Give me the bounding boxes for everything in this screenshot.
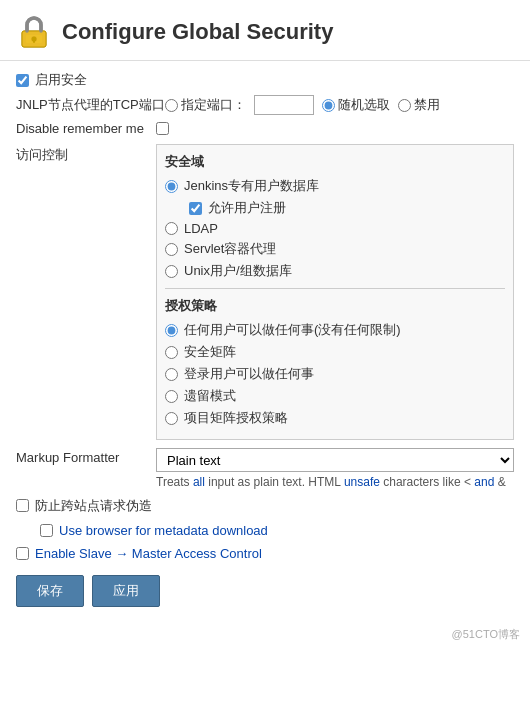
markup-and-link[interactable]: and: [474, 475, 494, 489]
auth-matrix-option[interactable]: 安全矩阵: [165, 343, 505, 361]
jnlp-disable-label[interactable]: 禁用: [398, 96, 440, 114]
enable-slave-label[interactable]: Enable Slave → Master Access Control: [35, 546, 262, 561]
disable-remember-me-label: Disable remember me: [16, 121, 156, 136]
realm-unix-option[interactable]: Unix用户/组数据库: [165, 262, 505, 280]
page-title: Configure Global Security: [62, 19, 333, 45]
auth-anyone-label[interactable]: 任何用户可以做任何事(没有任何限制): [184, 321, 401, 339]
jnlp-fixed-radio[interactable]: [165, 99, 178, 112]
markup-formatter-control: Plain text Safe HTML Treats all input as…: [156, 448, 514, 491]
jnlp-disable-radio[interactable]: [398, 99, 411, 112]
page-header: Configure Global Security: [0, 0, 530, 61]
realm-jenkins-label[interactable]: Jenkins专有用户数据库: [184, 177, 319, 195]
realm-jenkins-option[interactable]: Jenkins专有用户数据库: [165, 177, 505, 195]
auth-loggedin-radio[interactable]: [165, 368, 178, 381]
markup-formatter-label: Markup Formatter: [16, 448, 156, 465]
realm-unix-label[interactable]: Unix用户/组数据库: [184, 262, 292, 280]
save-button[interactable]: 保存: [16, 575, 84, 607]
watermark: @51CTO博客: [0, 623, 530, 646]
auth-matrix-label[interactable]: 安全矩阵: [184, 343, 236, 361]
markup-all-link[interactable]: all: [193, 475, 205, 489]
realm-servlet-radio[interactable]: [165, 243, 178, 256]
security-realm-title: 安全域: [165, 153, 505, 171]
browser-metadata-row: Use browser for metadata download: [40, 523, 514, 538]
auth-loggedin-option[interactable]: 登录用户可以做任何事: [165, 365, 505, 383]
markup-unsafe-link[interactable]: unsafe: [344, 475, 380, 489]
auth-legacy-radio[interactable]: [165, 390, 178, 403]
svg-rect-5: [33, 39, 35, 43]
realm-unix-radio[interactable]: [165, 265, 178, 278]
access-control-panel: 安全域 Jenkins专有用户数据库 允许用户注册 LDAP Servlet容器…: [156, 144, 514, 440]
lock-icon: [16, 14, 52, 50]
section-divider: [165, 288, 505, 289]
jnlp-row: JNLP节点代理的TCP端口 指定端口： 随机选取 禁用: [16, 95, 514, 115]
authorization-title: 授权策略: [165, 297, 505, 315]
disable-remember-me-row: Disable remember me: [16, 121, 514, 136]
realm-ldap-label[interactable]: LDAP: [184, 221, 218, 236]
csrf-row: 防止跨站点请求伪造: [16, 497, 514, 515]
markup-formatter-row: Markup Formatter Plain text Safe HTML Tr…: [16, 448, 514, 491]
auth-project-matrix-option[interactable]: 项目矩阵授权策略: [165, 409, 505, 427]
enable-security-checkbox[interactable]: [16, 74, 29, 87]
access-control-label: 访问控制: [16, 144, 156, 164]
jnlp-port-input[interactable]: [254, 95, 314, 115]
csrf-label[interactable]: 防止跨站点请求伪造: [35, 497, 152, 515]
allow-signup-label[interactable]: 允许用户注册: [208, 199, 286, 217]
auth-anyone-option[interactable]: 任何用户可以做任何事(没有任何限制): [165, 321, 505, 339]
access-control-row: 访问控制 安全域 Jenkins专有用户数据库 允许用户注册 LDAP: [16, 144, 514, 440]
enable-security-label[interactable]: 启用安全: [35, 71, 87, 89]
auth-matrix-radio[interactable]: [165, 346, 178, 359]
jnlp-random-radio[interactable]: [322, 99, 335, 112]
realm-servlet-option[interactable]: Servlet容器代理: [165, 240, 505, 258]
realm-servlet-label[interactable]: Servlet容器代理: [184, 240, 276, 258]
button-row: 保存 应用: [16, 575, 514, 607]
jnlp-random-label[interactable]: 随机选取: [322, 96, 390, 114]
csrf-checkbox[interactable]: [16, 499, 29, 512]
auth-legacy-label[interactable]: 遗留模式: [184, 387, 236, 405]
jnlp-label: JNLP节点代理的TCP端口: [16, 96, 165, 114]
browser-metadata-checkbox[interactable]: [40, 524, 53, 537]
main-content: 启用安全 JNLP节点代理的TCP端口 指定端口： 随机选取 禁用 Disabl…: [0, 61, 530, 623]
enable-security-row: 启用安全: [16, 71, 514, 89]
jnlp-fixed-label[interactable]: 指定端口：: [165, 96, 246, 114]
realm-ldap-option[interactable]: LDAP: [165, 221, 505, 236]
markup-formatter-description: Treats all input as plain text. HTML uns…: [156, 474, 514, 491]
realm-jenkins-radio[interactable]: [165, 180, 178, 193]
browser-metadata-label[interactable]: Use browser for metadata download: [59, 523, 268, 538]
allow-signup-option: 允许用户注册: [189, 199, 505, 217]
auth-loggedin-label[interactable]: 登录用户可以做任何事: [184, 365, 314, 383]
auth-legacy-option[interactable]: 遗留模式: [165, 387, 505, 405]
allow-signup-checkbox[interactable]: [189, 202, 202, 215]
auth-anyone-radio[interactable]: [165, 324, 178, 337]
enable-slave-row: Enable Slave → Master Access Control: [16, 546, 514, 561]
auth-project-matrix-radio[interactable]: [165, 412, 178, 425]
auth-project-matrix-label[interactable]: 项目矩阵授权策略: [184, 409, 288, 427]
enable-slave-checkbox[interactable]: [16, 547, 29, 560]
jnlp-options: 指定端口： 随机选取 禁用: [165, 95, 440, 115]
disable-remember-me-checkbox[interactable]: [156, 122, 169, 135]
realm-ldap-radio[interactable]: [165, 222, 178, 235]
markup-formatter-select[interactable]: Plain text Safe HTML: [156, 448, 514, 472]
apply-button[interactable]: 应用: [92, 575, 160, 607]
